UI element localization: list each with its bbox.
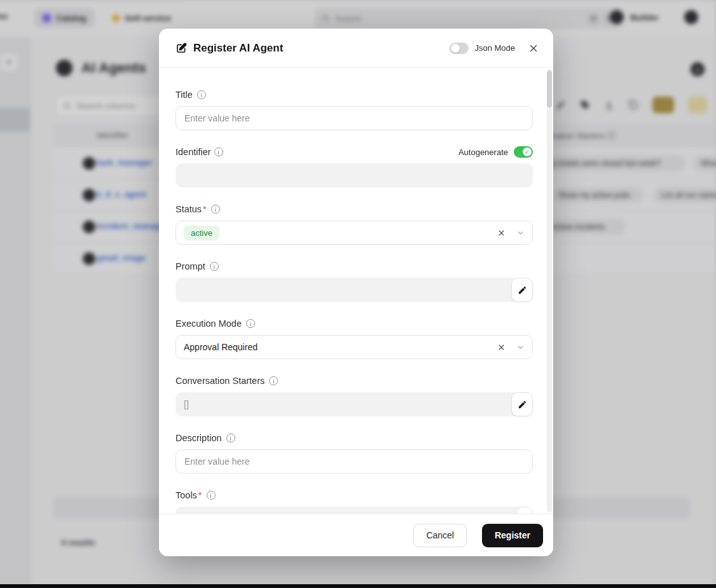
- required-asterisk: *: [198, 490, 202, 500]
- modal-scrollbar-thumb[interactable]: [547, 71, 552, 107]
- register-button[interactable]: Register: [482, 524, 543, 547]
- info-icon[interactable]: i: [211, 205, 220, 214]
- identifier-input-disabled: [176, 163, 533, 188]
- tools-expand-button[interactable]: [516, 507, 533, 514]
- conversation-starters-edit-button[interactable]: [511, 392, 533, 416]
- modal-scrollbar-track[interactable]: [547, 69, 552, 512]
- json-mode-control: Json Mode: [450, 43, 515, 54]
- description-input[interactable]: [176, 449, 533, 474]
- conversation-starters-label: Conversation Starters: [176, 376, 265, 386]
- field-prompt: Prompt i: [176, 260, 533, 302]
- modal-header: Register AI Agent Json Mode: [159, 29, 553, 68]
- description-label: Description: [176, 433, 222, 443]
- autogenerate-label: Autogenerate: [458, 147, 508, 157]
- field-conversation-starters: Conversation Starters i []: [176, 374, 533, 416]
- register-ai-agent-modal: Register AI Agent Json Mode Title i: [159, 29, 553, 556]
- info-icon[interactable]: i: [214, 147, 223, 156]
- close-icon[interactable]: [528, 43, 539, 54]
- info-icon[interactable]: i: [269, 376, 278, 385]
- json-mode-toggle[interactable]: [450, 43, 469, 54]
- title-input[interactable]: [176, 106, 533, 130]
- status-label: Status: [176, 204, 202, 214]
- modal-footer: Cancel Register: [159, 514, 553, 556]
- field-title: Title i: [176, 88, 533, 130]
- status-value-tag: active: [184, 226, 219, 240]
- info-icon[interactable]: i: [226, 434, 235, 442]
- autogenerate-toggle[interactable]: ✓: [514, 146, 533, 158]
- field-tools: Tools * i: [176, 489, 533, 514]
- prompt-edit-button[interactable]: [511, 278, 533, 302]
- field-status: Status * i active: [176, 203, 533, 245]
- tools-select[interactable]: [176, 507, 533, 514]
- prompt-input-disabled: [176, 278, 533, 302]
- cancel-button[interactable]: Cancel: [413, 524, 467, 547]
- chevron-down-icon[interactable]: [516, 229, 525, 237]
- autogenerate-control: Autogenerate ✓: [458, 146, 533, 158]
- chevron-down-icon[interactable]: [516, 343, 525, 352]
- title-label: Title: [176, 90, 193, 100]
- prompt-label: Prompt: [176, 261, 205, 271]
- tools-label: Tools: [176, 490, 197, 500]
- screen: Home Catalog Self-service Search ⌘ K Bui…: [0, 0, 716, 588]
- bottom-bar: [0, 584, 716, 588]
- info-icon[interactable]: i: [207, 491, 216, 500]
- required-asterisk: *: [203, 204, 207, 214]
- edit-note-icon: [176, 43, 187, 54]
- modal-title: Register AI Agent: [176, 42, 283, 55]
- conversation-starters-input-disabled: []: [176, 392, 533, 416]
- execution-mode-value: Approval Required: [184, 342, 258, 352]
- field-description: Description i: [176, 432, 533, 474]
- clear-icon[interactable]: [497, 229, 506, 237]
- identifier-label: Identifier: [176, 147, 211, 157]
- field-execution-mode: Execution Mode i Approval Required: [176, 317, 533, 359]
- execution-mode-label: Execution Mode: [176, 318, 242, 329]
- info-icon[interactable]: i: [197, 90, 206, 99]
- pencil-icon: [518, 285, 527, 295]
- status-select[interactable]: active: [176, 221, 533, 245]
- field-identifier: Identifier i Autogenerate ✓: [176, 146, 533, 188]
- execution-mode-select[interactable]: Approval Required: [176, 335, 533, 359]
- info-icon[interactable]: i: [210, 262, 219, 271]
- conversation-starters-value: []: [184, 399, 189, 409]
- modal-body: Title i Identifier i Autogenerate ✓: [159, 68, 553, 514]
- json-mode-label: Json Mode: [474, 43, 515, 53]
- info-icon[interactable]: i: [246, 319, 255, 328]
- clear-icon[interactable]: [497, 343, 506, 352]
- pencil-icon: [518, 400, 527, 409]
